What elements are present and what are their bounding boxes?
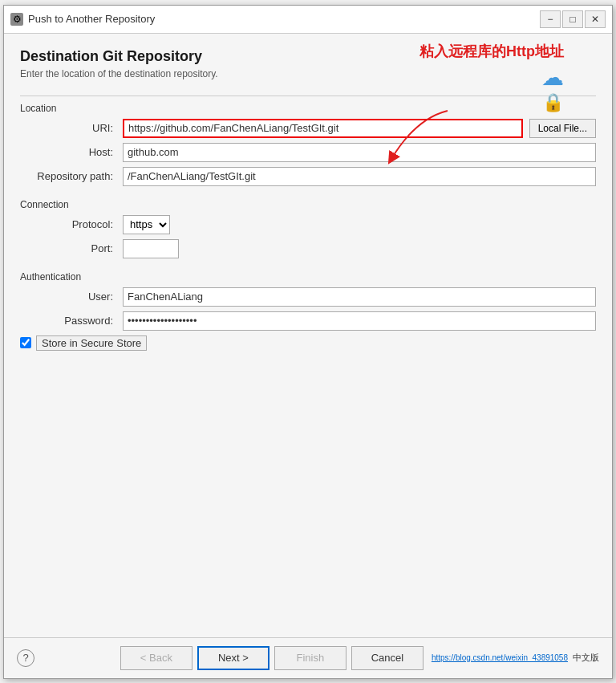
location-section: Location URI: Local File... Host: Reposi… bbox=[20, 103, 596, 191]
title-bar-left: ⚙ Push to Another Repository bbox=[10, 13, 155, 26]
watermark-link[interactable]: https://blog.csdn.net/weixin_43891058 bbox=[432, 653, 568, 662]
password-label: Password: bbox=[20, 315, 116, 327]
uri-label: URI: bbox=[20, 122, 116, 134]
chinese-label: 中文版 bbox=[573, 652, 599, 664]
port-row: Port: bbox=[20, 239, 596, 258]
password-row: Password: bbox=[20, 311, 596, 331]
content-spacer bbox=[20, 359, 596, 629]
host-label: Host: bbox=[20, 146, 116, 158]
secure-store-label[interactable]: Store in Secure Store bbox=[36, 335, 147, 351]
annotation-text: 粘入远程库的Http地址 bbox=[419, 42, 564, 61]
back-button[interactable]: < Back bbox=[120, 646, 192, 670]
connection-section-label: Connection bbox=[20, 199, 596, 210]
host-row: Host: bbox=[20, 143, 596, 162]
password-input[interactable] bbox=[123, 311, 596, 331]
cloud-icon: ☁ bbox=[541, 64, 564, 91]
repo-path-row: Repository path: bbox=[20, 167, 596, 186]
user-input[interactable] bbox=[123, 287, 596, 307]
content-area: Destination Git Repository Enter the loc… bbox=[4, 34, 612, 637]
connection-section: Connection Protocol: https http git ssh … bbox=[20, 199, 596, 263]
local-file-button[interactable]: Local File... bbox=[529, 119, 596, 138]
secure-store-checkbox[interactable] bbox=[20, 337, 31, 348]
annotation-overlay: 粘入远程库的Http地址 ☁ 🔒 bbox=[419, 42, 564, 113]
uri-row: URI: Local File... bbox=[20, 119, 596, 138]
repo-path-label: Repository path: bbox=[20, 170, 116, 182]
cancel-button[interactable]: Cancel bbox=[351, 646, 424, 670]
repo-path-input[interactable] bbox=[123, 167, 596, 186]
title-bar-controls: − □ ✕ bbox=[540, 10, 606, 28]
user-row: User: bbox=[20, 287, 596, 307]
port-input[interactable] bbox=[123, 239, 179, 258]
auth-section-label: Authentication bbox=[20, 271, 596, 283]
main-window: ⚙ Push to Another Repository − □ ✕ Desti… bbox=[3, 5, 613, 679]
uri-input[interactable] bbox=[123, 119, 523, 138]
window-icon: ⚙ bbox=[10, 13, 23, 26]
protocol-select[interactable]: https http git ssh bbox=[123, 215, 170, 234]
secure-store-row: Store in Secure Store bbox=[20, 335, 596, 351]
next-button[interactable]: Next > bbox=[197, 646, 270, 670]
auth-section: Authentication User: Password: Store in … bbox=[20, 271, 596, 351]
annotation-icons: ☁ 🔒 bbox=[541, 64, 564, 113]
lock-icon: 🔒 bbox=[542, 92, 564, 113]
close-button[interactable]: ✕ bbox=[585, 10, 606, 28]
page-header: Destination Git Repository Enter the loc… bbox=[20, 48, 596, 79]
port-label: Port: bbox=[20, 242, 116, 254]
maximize-button[interactable]: □ bbox=[562, 10, 583, 28]
bottom-bar: ? < Back Next > Finish Cancel https://bl… bbox=[4, 637, 612, 678]
protocol-row: Protocol: https http git ssh bbox=[20, 215, 596, 234]
user-label: User: bbox=[20, 291, 116, 303]
minimize-button[interactable]: − bbox=[540, 10, 561, 28]
help-button[interactable]: ? bbox=[17, 649, 34, 667]
host-input[interactable] bbox=[123, 143, 596, 162]
title-bar: ⚙ Push to Another Repository − □ ✕ bbox=[4, 6, 612, 34]
finish-button[interactable]: Finish bbox=[274, 646, 346, 670]
window-title: Push to Another Repository bbox=[28, 13, 155, 25]
protocol-label: Protocol: bbox=[20, 218, 116, 230]
